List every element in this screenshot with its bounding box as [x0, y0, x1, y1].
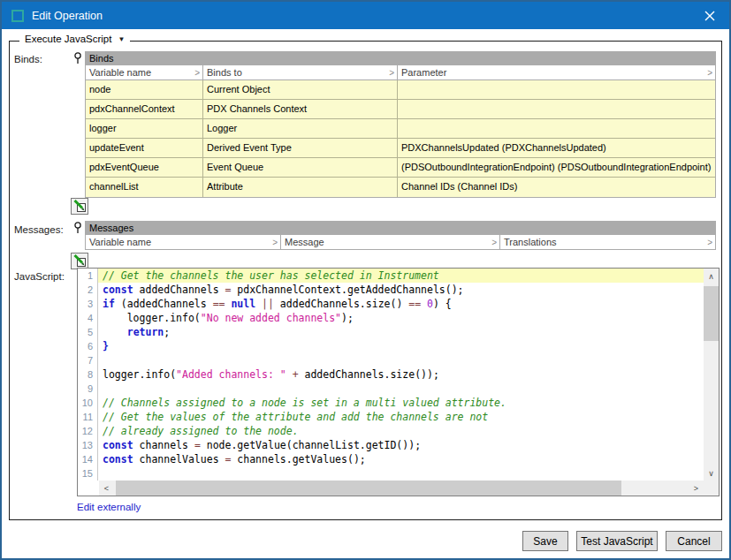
- table-row[interactable]: loggerLogger: [86, 119, 715, 139]
- horizontal-scrollbar[interactable]: < >: [99, 481, 704, 496]
- code-text: // already assigned to the node.: [98, 424, 704, 438]
- dialog-title: Edit Operation: [32, 10, 103, 22]
- code-text: logger.info("Added channels: " + addedCh…: [98, 367, 704, 382]
- table-cell[interactable]: PDXChannelsUpdated (PDXChannelsUpdated): [398, 139, 715, 157]
- column-label: Parameter: [401, 67, 446, 78]
- column-label: Variable name: [89, 237, 151, 247]
- table-cell[interactable]: pdxEventQueue: [86, 158, 203, 177]
- table-cell[interactable]: Logger: [203, 119, 398, 138]
- line-number: 14: [78, 452, 98, 466]
- code-line: 14const channelValues = channels.getValu…: [78, 452, 704, 466]
- line-number: 11: [78, 410, 98, 424]
- code-line: 12// already assigned to the node.: [78, 424, 704, 438]
- sort-chevron-icon: >: [194, 68, 200, 78]
- vertical-scroll-thumb[interactable]: [704, 286, 719, 341]
- table-cell[interactable]: Attribute: [203, 178, 398, 197]
- line-number: 3: [78, 297, 98, 311]
- code-line: 6}: [78, 339, 704, 353]
- edit-note-icon: [73, 200, 87, 213]
- code-line: 4 logger.info("No new added channels");: [78, 311, 704, 325]
- table-cell[interactable]: [398, 80, 715, 99]
- binds-caption-row: Binds: [71, 51, 716, 65]
- code-text: logger.info("No new added channels");: [98, 311, 704, 325]
- table-cell[interactable]: pdxChannelContext: [86, 100, 203, 118]
- test-javascript-button[interactable]: Test JavaScript: [576, 531, 658, 551]
- save-button[interactable]: Save: [522, 531, 568, 551]
- code-text: [98, 353, 704, 367]
- code-line: 7: [78, 353, 704, 367]
- code-line: 8logger.info("Added channels: " + addedC…: [78, 367, 704, 382]
- table-cell[interactable]: Current Object: [203, 80, 398, 99]
- messages-table-title: Messages: [85, 221, 716, 235]
- horizontal-scroll-thumb[interactable]: [116, 481, 621, 496]
- code-line: 2const addedChannels = pdxChannelContext…: [78, 283, 704, 297]
- code-text: // Get the values of the attribute and a…: [98, 410, 704, 424]
- table-cell[interactable]: node: [86, 80, 203, 99]
- gutter-spacer: [78, 481, 99, 496]
- operation-type-label: Execute JavaScript: [25, 34, 111, 44]
- table-row[interactable]: channelListAttributeChannel IDs (Channel…: [86, 178, 715, 197]
- vertical-scroll-track[interactable]: [704, 284, 719, 465]
- table-row[interactable]: nodeCurrent Object: [86, 80, 715, 100]
- table-cell[interactable]: Channel IDs (Channel IDs): [398, 178, 715, 197]
- vertical-scrollbar[interactable]: ∧ ∨: [704, 269, 719, 481]
- column-header-parameter[interactable]: Parameter>: [398, 65, 715, 79]
- code-text: if (addedChannels == null || addedChanne…: [98, 297, 704, 311]
- sort-chevron-icon: >: [272, 238, 278, 247]
- table-cell[interactable]: updateEvent: [86, 139, 203, 157]
- table-cell[interactable]: Derived Event Type: [203, 139, 398, 157]
- line-number: 5: [78, 325, 98, 339]
- table-cell[interactable]: channelList: [86, 178, 203, 197]
- javascript-editor[interactable]: 1// Get the channels the user has select…: [77, 268, 720, 496]
- line-number: 12: [78, 424, 98, 438]
- code-area[interactable]: 1// Get the channels the user has select…: [78, 269, 704, 481]
- pin-icon[interactable]: [71, 51, 85, 65]
- code-text: const channels = node.getValue(channelLi…: [98, 438, 704, 452]
- operation-type-dropdown[interactable]: Execute JavaScript ▼: [19, 34, 130, 44]
- table-row[interactable]: updateEventDerived Event TypePDXChannels…: [86, 139, 715, 158]
- messages-caption-row: Messages: [71, 221, 716, 235]
- edit-operation-dialog: Edit Operation Execute JavaScript ▼ Bind…: [0, 0, 731, 560]
- code-text: // Get the channels the user has selecte…: [98, 269, 704, 283]
- code-text: [98, 466, 704, 481]
- close-icon: [704, 11, 715, 21]
- column-header-variable-name[interactable]: Variable name>: [86, 235, 281, 249]
- edit-externally-link[interactable]: Edit externally: [77, 502, 141, 512]
- line-number: 15: [78, 466, 98, 481]
- horizontal-scrollbar-row: < >: [78, 481, 719, 496]
- close-button[interactable]: [690, 2, 729, 29]
- column-header-message[interactable]: Message>: [281, 235, 500, 249]
- scroll-left-icon[interactable]: <: [99, 481, 114, 496]
- line-number: 2: [78, 283, 98, 297]
- table-cell[interactable]: Event Queue: [203, 158, 398, 177]
- title-bar: Edit Operation: [2, 2, 729, 29]
- table-cell[interactable]: logger: [86, 119, 203, 138]
- scrollbar-corner: [704, 481, 719, 496]
- scroll-right-icon[interactable]: >: [689, 481, 704, 496]
- line-number: 7: [78, 353, 98, 367]
- sort-chevron-icon: >: [707, 238, 712, 247]
- code-text: return;: [98, 325, 704, 339]
- column-header-binds-to[interactable]: Binds to>: [203, 65, 398, 79]
- table-cell[interactable]: PDX Channels Context: [203, 100, 398, 118]
- table-cell[interactable]: [398, 119, 715, 138]
- line-number: 10: [78, 396, 98, 410]
- column-header-translations[interactable]: Translations>: [500, 235, 715, 249]
- binds-rows: nodeCurrent ObjectpdxChannelContextPDX C…: [85, 80, 716, 198]
- column-header-variable-name[interactable]: Variable name>: [86, 65, 203, 79]
- table-cell[interactable]: (PDSOutboundIntegrationEndpoint) (PDSOut…: [398, 158, 715, 177]
- pin-icon[interactable]: [71, 221, 85, 235]
- code-line: 15: [78, 466, 704, 481]
- table-row[interactable]: pdxChannelContextPDX Channels Context: [86, 100, 715, 119]
- chevron-down-icon: ▼: [118, 35, 125, 43]
- cancel-button[interactable]: Cancel: [666, 531, 722, 551]
- table-row[interactable]: pdxEventQueueEvent Queue(PDSOutboundInte…: [86, 158, 715, 178]
- scroll-down-icon[interactable]: ∨: [704, 465, 719, 481]
- messages-table: Messages Variable name>Message>Translati…: [71, 221, 716, 250]
- scroll-up-icon[interactable]: ∧: [704, 269, 719, 284]
- binds-edit-button[interactable]: [71, 198, 88, 215]
- line-number: 13: [78, 438, 98, 452]
- table-cell[interactable]: [398, 100, 715, 118]
- horizontal-scroll-track[interactable]: [114, 481, 689, 496]
- operation-groupbox: Execute JavaScript ▼ Binds: Binds Variab…: [9, 41, 722, 520]
